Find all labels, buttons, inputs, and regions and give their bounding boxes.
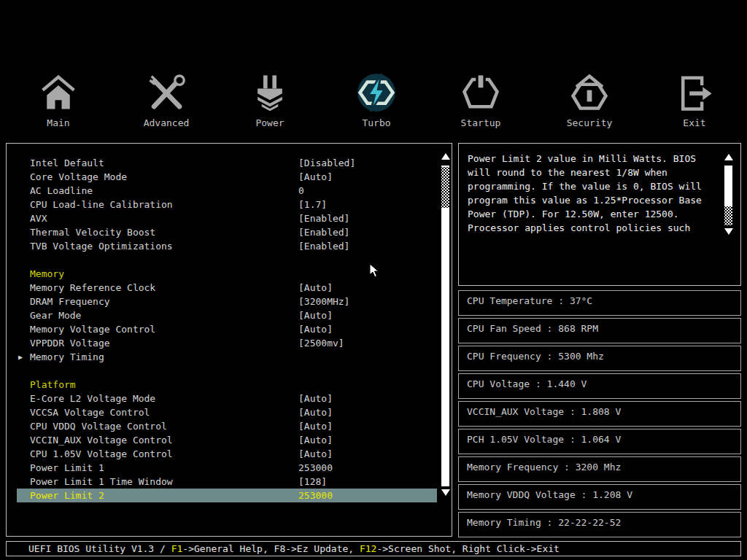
setting-row-power-limit-1[interactable]: Power Limit 1 253000 <box>7 461 452 475</box>
setting-row-memory-timing-submenu[interactable]: ▶ Memory Timing <box>7 350 452 364</box>
help-panel: Power Limit 2 value in Milli Watts. BIOS… <box>458 143 741 286</box>
monitor-cpu-temperature: CPU Temperature : 37°C <box>458 290 741 316</box>
nav-tab-security[interactable]: Security <box>553 73 626 128</box>
setting-row-vccin-aux-voltage-control[interactable]: VCCIN_AUX Voltage Control [Auto] <box>7 433 452 447</box>
shield-hexagon-icon <box>570 73 609 112</box>
nav-label-exit: Exit <box>658 117 731 128</box>
status-key-f12: F12 <box>360 543 376 554</box>
status-key-f1: F1 <box>171 543 183 554</box>
settings-panel: Intel Default [Disabled] Core Voltage Mo… <box>6 143 452 537</box>
help-scrollbar-thumb[interactable] <box>724 206 732 225</box>
monitor-memory-frequency: Memory Frequency : 3200 Mhz <box>458 456 741 482</box>
section-header-platform: Platform <box>7 378 452 392</box>
mouse-cursor <box>369 263 380 279</box>
setting-row-tvb-voltage-optimizations[interactable]: TVB Voltage Optimizations [Enabled] <box>7 239 452 253</box>
help-text: Power Limit 2 value in Milli Watts. BIOS… <box>468 152 702 235</box>
hardware-monitor-panel: CPU Temperature : 37°C CPU Fan Speed : 8… <box>458 290 741 537</box>
scroll-down-icon[interactable] <box>441 489 450 496</box>
monitor-pch-105v-voltage: PCH 1.05V Voltage : 1.064 V <box>458 429 741 454</box>
section-header-memory: Memory <box>7 267 452 281</box>
tools-icon <box>147 73 186 112</box>
settings-scrollbar-thumb[interactable] <box>441 167 449 208</box>
help-scroll-down-icon[interactable] <box>724 228 733 235</box>
bios-screen: { "nav": { "items": [ {"label": "Main", … <box>0 0 747 560</box>
nav-tab-advanced[interactable]: Advanced <box>130 73 203 128</box>
nav-label-security: Security <box>553 117 626 128</box>
nav-tab-startup[interactable]: Startup <box>444 73 517 128</box>
nav-label-turbo: Turbo <box>340 117 413 128</box>
power-button-icon <box>461 73 500 112</box>
setting-row-vppddr-voltage[interactable]: VPPDDR Voltage [2500mv] <box>7 336 452 350</box>
turbo-bolt-icon <box>357 73 396 112</box>
monitor-vccin-aux-voltage: VCCIN_AUX Voltage : 1.808 V <box>458 401 741 427</box>
nav-tab-exit[interactable]: Exit <box>658 73 731 128</box>
monitor-memory-timing: Memory Timing : 22-22-22-52 <box>458 512 741 537</box>
setting-row-intel-default[interactable]: Intel Default [Disabled] <box>7 156 452 170</box>
setting-row-gear-mode[interactable]: Gear Mode [Auto] <box>7 308 452 322</box>
scroll-up-icon[interactable] <box>441 153 450 160</box>
nav-label-power: Power <box>233 117 306 128</box>
setting-row-cpu-vddq-voltage-control[interactable]: CPU VDDQ Voltage Control [Auto] <box>7 419 452 433</box>
setting-row-cpu-105v-voltage-control[interactable]: CPU 1.05V Voltage Control [Auto] <box>7 447 452 461</box>
setting-row-memory-voltage-control[interactable]: Memory Voltage Control [Auto] <box>7 322 452 336</box>
setting-row-power-limit-2-selected[interactable]: Power Limit 2 253000 <box>17 489 437 502</box>
status-text: UEFI BIOS Utility V1.3 / <box>28 543 171 554</box>
monitor-cpu-frequency: CPU Frequency : 5300 Mhz <box>458 346 741 371</box>
nav-label-advanced: Advanced <box>130 117 203 128</box>
setting-row-vccsa-voltage-control[interactable]: VCCSA Voltage Control [Auto] <box>7 405 452 419</box>
nav-tab-power[interactable]: Power <box>233 73 306 128</box>
setting-row-ac-loadline[interactable]: AC Loadline 0 <box>7 184 452 198</box>
help-scroll-up-icon[interactable] <box>724 154 733 160</box>
nav-tab-turbo[interactable]: Turbo <box>340 73 413 128</box>
setting-row-power-limit-1-time-window[interactable]: Power Limit 1 Time Window [128] <box>7 475 452 489</box>
status-bar: UEFI BIOS Utility V1.3 / F1->General Hel… <box>6 541 741 556</box>
setting-row-avx[interactable]: AVX [Enabled] <box>7 211 452 225</box>
monitor-memory-vddq-voltage: Memory VDDQ Voltage : 1.208 V <box>458 484 741 510</box>
setting-row-ecore-l2-voltage-mode[interactable]: E-Core L2 Voltage Mode [Auto] <box>7 392 452 405</box>
monitor-cpu-fan-speed: CPU Fan Speed : 868 RPM <box>458 318 741 343</box>
status-text: ->General Help, F8->Ez Update, <box>182 543 360 554</box>
setting-row-memory-reference-clock[interactable]: Memory Reference Clock [Auto] <box>7 281 452 295</box>
status-text: ->Screen Shot, Right Click->Exit <box>376 543 559 554</box>
nav-tab-main[interactable]: Main <box>22 73 95 128</box>
nav-label-main: Main <box>22 117 95 128</box>
nav-label-startup: Startup <box>444 117 517 128</box>
exit-door-icon <box>675 73 714 112</box>
setting-row-thermal-velocity-boost[interactable]: Thermal Velocity Boost [Enabled] <box>7 225 452 239</box>
monitor-cpu-voltage: CPU Voltage : 1.440 V <box>458 373 741 399</box>
submenu-arrow-icon: ▶ <box>18 350 23 364</box>
setting-row-dram-frequency[interactable]: DRAM Frequency [3200MHz] <box>7 295 452 308</box>
power-plug-icon <box>250 73 290 112</box>
setting-row-cpu-loadline-calibration[interactable]: CPU Load-line Calibration [1.7] <box>7 198 452 211</box>
home-icon <box>39 73 78 112</box>
setting-row-core-voltage-mode[interactable]: Core Voltage Mode [Auto] <box>7 170 452 184</box>
settings-scrollbar-track[interactable] <box>441 166 449 486</box>
